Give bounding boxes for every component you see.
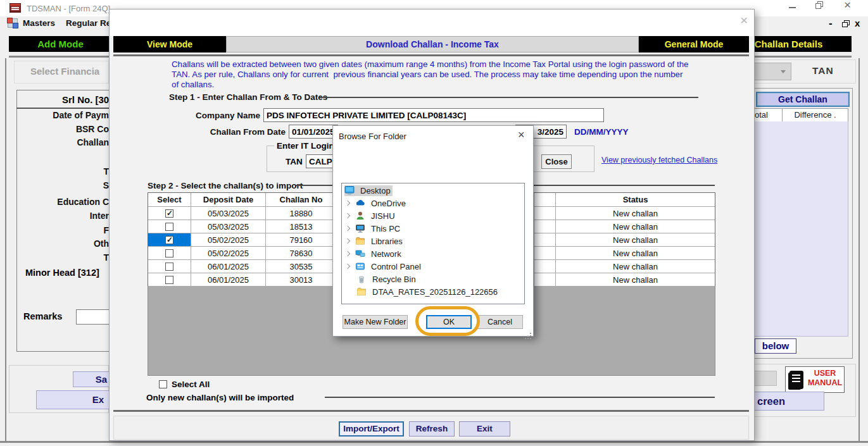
status-cell: New challan bbox=[556, 273, 715, 287]
tree-item-label: Libraries bbox=[369, 236, 405, 247]
tree-item-label: OneDrive bbox=[369, 198, 408, 209]
select-all-row: Select All bbox=[159, 380, 210, 389]
window-frame-bottom bbox=[0, 441, 868, 443]
difference-column-header: Difference . bbox=[782, 108, 848, 122]
window-title: TDSMAN - [Form 24Q] bbox=[27, 4, 110, 13]
divider bbox=[320, 97, 698, 98]
remarks-label: Remarks bbox=[23, 311, 62, 321]
tree-item-control-panel[interactable]: Control Panel bbox=[342, 260, 524, 273]
company-name-input[interactable]: PDS INFOTECH PRIVATE LIMITED [CALP08143C… bbox=[263, 108, 604, 122]
row-checkbox[interactable] bbox=[165, 276, 173, 284]
window-restore-icon[interactable] bbox=[815, 1, 824, 9]
tree-item-onedrive[interactable]: OneDrive bbox=[342, 197, 524, 209]
divider bbox=[113, 54, 749, 56]
chevron-right-icon[interactable] bbox=[345, 226, 350, 231]
import-export-button[interactable]: Import/Export bbox=[339, 421, 404, 437]
row-select-cell[interactable] bbox=[148, 247, 191, 259]
header-deposit-date: Deposit Date bbox=[191, 193, 266, 206]
mdi-restore-icon[interactable] bbox=[842, 20, 850, 28]
row-checkbox[interactable] bbox=[165, 249, 173, 257]
get-challan-button[interactable]: Get Challan bbox=[756, 92, 850, 107]
mdi-minimize-icon[interactable]: - bbox=[829, 17, 833, 30]
book-icon bbox=[789, 371, 803, 389]
divider bbox=[325, 397, 715, 398]
menu-masters[interactable]: Masters bbox=[23, 18, 55, 28]
remarks-input[interactable] bbox=[76, 309, 109, 325]
cancel-button[interactable]: Cancel bbox=[477, 315, 523, 329]
dialog-close-icon[interactable]: × bbox=[740, 13, 748, 28]
instruction-text: Challans will be extracted between two g… bbox=[172, 59, 688, 89]
tree-item-network[interactable]: Network bbox=[342, 247, 524, 260]
chevron-right-icon[interactable] bbox=[345, 238, 350, 244]
network-icon bbox=[355, 249, 365, 259]
field-label-challan: Challan bbox=[77, 137, 109, 147]
challan-no-cell: 79160 bbox=[266, 233, 337, 246]
tree-item-user[interactable]: JISHU bbox=[342, 209, 524, 222]
row-select-cell[interactable] bbox=[148, 260, 191, 273]
chevron-right-icon[interactable] bbox=[345, 201, 350, 206]
dialog-heading: Download Challan - Income Tax bbox=[226, 36, 639, 53]
chevron-right-icon[interactable] bbox=[345, 213, 350, 218]
row-checkbox[interactable] bbox=[165, 223, 173, 231]
user-manual-line2: MANUAL bbox=[807, 378, 843, 388]
row-select-cell[interactable] bbox=[148, 207, 191, 220]
window-close-icon[interactable]: × bbox=[844, 0, 851, 12]
row-select-cell[interactable] bbox=[148, 273, 191, 287]
tree-item-label: Recycle Bin bbox=[370, 274, 418, 285]
row-select-cell[interactable] bbox=[148, 233, 191, 246]
header-select: Select bbox=[148, 193, 191, 206]
tab-general-mode[interactable]: General Mode bbox=[639, 36, 749, 53]
step1-title: Step 1 - Enter Challan From & To Dates bbox=[169, 92, 327, 102]
status-cell: New challan bbox=[556, 260, 715, 273]
row-checkbox[interactable] bbox=[165, 236, 173, 244]
hidden-cell bbox=[534, 220, 556, 233]
exit-button[interactable]: Exit bbox=[459, 421, 510, 437]
minor-head-label: Minor Head [312] bbox=[25, 268, 99, 278]
field-label-total: T bbox=[103, 252, 109, 263]
challan-from-date-input[interactable]: 01/01/2025 bbox=[289, 125, 338, 139]
deposit-date-cell: 06/01/2025 bbox=[191, 260, 266, 273]
tab-view-mode[interactable]: View Mode bbox=[113, 36, 226, 53]
header-challan-no: Challan No bbox=[266, 193, 337, 206]
row-checkbox[interactable] bbox=[165, 263, 173, 271]
tan-label: TAN bbox=[812, 65, 834, 77]
folder-icon bbox=[356, 287, 367, 297]
header-hidden bbox=[534, 193, 556, 206]
save-button[interactable]: Sa bbox=[73, 371, 109, 387]
row-checkbox[interactable] bbox=[165, 209, 173, 218]
window-minimize-icon[interactable] bbox=[789, 7, 796, 8]
step2-title: Step 2 - Select the challan(s) to import bbox=[148, 181, 303, 190]
status-cell: New challan bbox=[556, 207, 715, 220]
field-label-bsr-code: BSR Co bbox=[76, 124, 109, 134]
row-select-cell[interactable] bbox=[148, 220, 191, 233]
desktop-icon bbox=[344, 185, 355, 195]
hidden-cell bbox=[534, 260, 556, 273]
make-new-folder-button[interactable]: Make New Folder bbox=[343, 315, 408, 329]
field-label-fee: F bbox=[103, 225, 109, 235]
dialog-title-strip bbox=[110, 9, 754, 36]
mdi-close-icon[interactable]: x bbox=[855, 18, 860, 28]
tree-item-recycle-bin[interactable]: Recycle Bin bbox=[342, 273, 524, 285]
refresh-button[interactable]: Refresh bbox=[409, 421, 455, 437]
chevron-right-icon[interactable] bbox=[345, 251, 350, 256]
resize-grip[interactable] bbox=[530, 333, 531, 334]
tree-item-libraries[interactable]: Libraries bbox=[342, 235, 524, 247]
chevron-down-icon bbox=[781, 70, 786, 73]
tree-item-this-pc[interactable]: This PC bbox=[342, 222, 524, 235]
challan-details-grid bbox=[752, 121, 848, 337]
browse-close-icon[interactable]: × bbox=[518, 128, 525, 142]
select-all-checkbox[interactable] bbox=[159, 380, 167, 388]
below-button[interactable]: below bbox=[755, 338, 796, 354]
deposit-date-cell: 05/03/2025 bbox=[191, 207, 266, 220]
window-frame-left bbox=[5, 58, 6, 441]
annotation-highlight-ring bbox=[415, 306, 480, 336]
view-fetched-challans-link[interactable]: View previously fetched Challans bbox=[601, 156, 717, 164]
exit-button-left[interactable]: Ex bbox=[36, 390, 109, 409]
chevron-right-icon[interactable] bbox=[345, 264, 350, 269]
close-button[interactable]: Close bbox=[541, 154, 572, 169]
tree-item-label: DTAA_RATES_20251126_122656 bbox=[370, 287, 500, 297]
tree-item-desktop[interactable]: Desktop bbox=[342, 184, 524, 197]
status-cell: New challan bbox=[556, 247, 715, 259]
tree-item-dtaa-folder[interactable]: DTAA_RATES_20251126_122656 bbox=[342, 285, 524, 298]
libraries-folder-icon bbox=[355, 236, 365, 246]
